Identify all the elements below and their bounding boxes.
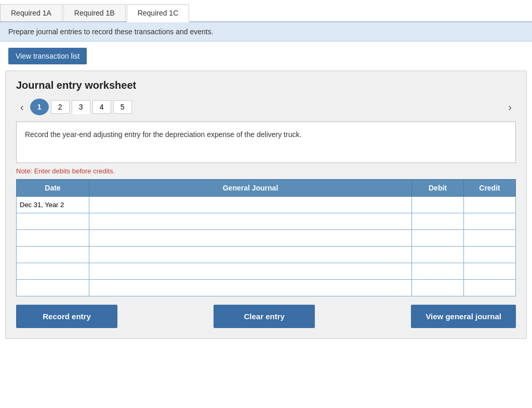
cell-journal[interactable]	[89, 230, 412, 247]
journal-table: Date General Journal Debit Credit	[16, 179, 516, 296]
cell-date[interactable]	[17, 280, 89, 296]
input-journal[interactable]	[89, 263, 411, 279]
cell-journal[interactable]	[89, 197, 412, 213]
page-4-button[interactable]: 4	[92, 100, 111, 114]
prev-page-button[interactable]: ‹	[16, 99, 28, 115]
input-journal[interactable]	[89, 213, 411, 229]
cell-journal[interactable]	[89, 247, 412, 263]
table-row	[17, 247, 516, 263]
cell-date[interactable]	[17, 213, 89, 230]
pagination: ‹ 1 2 3 4 5 ›	[16, 99, 516, 115]
cell-credit[interactable]	[464, 263, 516, 280]
input-debit[interactable]	[412, 263, 463, 279]
col-header-date: Date	[17, 180, 89, 197]
tab-required-1c[interactable]: Required 1C	[127, 4, 190, 22]
cell-credit[interactable]	[464, 280, 516, 296]
cell-journal[interactable]	[89, 213, 412, 230]
page-2-button[interactable]: 2	[51, 100, 70, 114]
input-date[interactable]	[17, 230, 89, 246]
cell-debit[interactable]	[412, 213, 464, 230]
input-journal[interactable]	[89, 197, 411, 213]
input-debit[interactable]	[412, 280, 463, 296]
cell-credit[interactable]	[464, 247, 516, 263]
input-date[interactable]	[17, 197, 89, 213]
cell-credit[interactable]	[464, 230, 516, 247]
instructions-text: Prepare journal entries to record these …	[8, 28, 214, 36]
instructions-bar: Prepare journal entries to record these …	[0, 22, 532, 42]
worksheet-container: Journal entry worksheet ‹ 1 2 3 4 5 › Re…	[5, 71, 527, 339]
input-credit[interactable]	[464, 247, 515, 263]
view-transaction-button[interactable]: View transaction list	[8, 48, 87, 64]
table-row	[17, 230, 516, 247]
input-journal[interactable]	[89, 247, 411, 263]
tab-required-1a[interactable]: Required 1A	[0, 4, 62, 21]
input-debit[interactable]	[412, 197, 463, 213]
input-credit[interactable]	[464, 213, 515, 229]
page-3-button[interactable]: 3	[72, 100, 90, 114]
cell-date[interactable]	[17, 230, 89, 247]
table-row	[17, 280, 516, 296]
input-debit[interactable]	[412, 213, 463, 229]
view-general-journal-button[interactable]: View general journal	[411, 305, 516, 328]
input-journal[interactable]	[89, 280, 411, 296]
input-credit[interactable]	[464, 280, 515, 296]
cell-debit[interactable]	[412, 230, 464, 247]
input-date[interactable]	[17, 213, 89, 229]
input-journal[interactable]	[89, 230, 411, 246]
input-date[interactable]	[17, 280, 89, 296]
cell-date[interactable]	[17, 263, 89, 280]
tabs-bar: Required 1A Required 1B Required 1C	[0, 0, 532, 22]
cell-debit[interactable]	[412, 197, 464, 213]
description-box: Record the year-end adjusting entry for …	[16, 121, 516, 163]
cell-debit[interactable]	[412, 263, 464, 280]
col-header-journal: General Journal	[89, 180, 412, 197]
col-header-credit: Credit	[464, 180, 516, 197]
input-date[interactable]	[17, 247, 89, 263]
input-debit[interactable]	[412, 247, 463, 263]
cell-debit[interactable]	[412, 280, 464, 296]
input-debit[interactable]	[412, 230, 463, 246]
page-5-button[interactable]: 5	[113, 100, 132, 114]
record-entry-button[interactable]: Record entry	[16, 305, 117, 328]
action-buttons: Record entry Clear entry View general jo…	[16, 305, 516, 328]
cell-credit[interactable]	[464, 197, 516, 213]
note-text: Note: Enter debits before credits.	[16, 167, 516, 175]
cell-date[interactable]	[17, 197, 89, 213]
tab-required-1b[interactable]: Required 1B	[63, 4, 126, 21]
cell-date[interactable]	[17, 247, 89, 263]
table-row	[17, 213, 516, 230]
input-credit[interactable]	[464, 197, 515, 213]
cell-credit[interactable]	[464, 213, 516, 230]
col-header-debit: Debit	[412, 180, 464, 197]
input-credit[interactable]	[464, 263, 515, 279]
table-row	[17, 263, 516, 280]
input-credit[interactable]	[464, 230, 515, 246]
cell-journal[interactable]	[89, 280, 412, 296]
clear-entry-button[interactable]: Clear entry	[214, 305, 315, 328]
table-row	[17, 197, 516, 213]
description-text: Record the year-end adjusting entry for …	[25, 130, 301, 139]
page-1-button[interactable]: 1	[30, 99, 49, 115]
input-date[interactable]	[17, 263, 89, 279]
worksheet-title: Journal entry worksheet	[16, 79, 516, 91]
cell-journal[interactable]	[89, 263, 412, 280]
next-page-button[interactable]: ›	[504, 99, 516, 115]
cell-debit[interactable]	[412, 247, 464, 263]
